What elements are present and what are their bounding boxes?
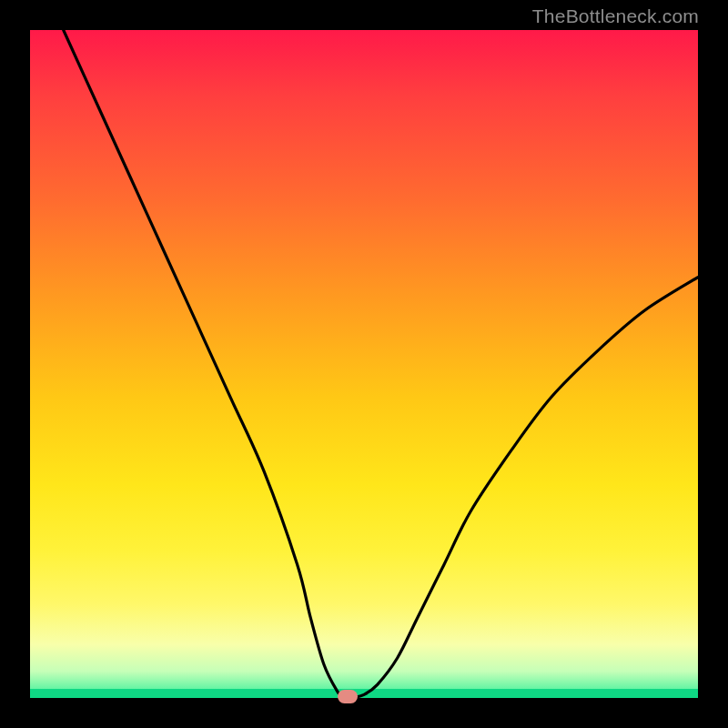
optimum-marker [338,690,358,703]
chart-frame: TheBottleneck.com [0,0,728,728]
watermark-text: TheBottleneck.com [532,5,699,27]
bottleneck-curve [30,30,698,698]
